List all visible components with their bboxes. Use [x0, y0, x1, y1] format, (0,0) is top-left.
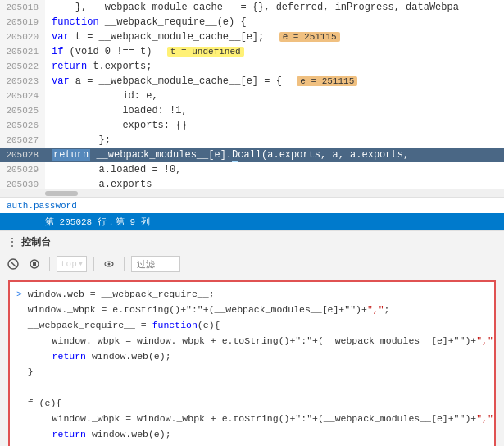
console-line-8: window._wbpk = window._wbpk + e.toString… [16, 412, 488, 427]
line-number: 205023 [0, 74, 45, 89]
keyword-var2: var [52, 75, 70, 87]
top-label: top [61, 259, 77, 269]
line-content: }, __webpack_module_cache__ = {}, deferr… [45, 0, 504, 15]
code-line-205026: 205026 exports: {} [0, 118, 504, 133]
line-column-text: 第 205028 行，第 9 列 [45, 216, 150, 228]
console-line-6: } [16, 365, 488, 380]
line-content: exports: {} [45, 118, 504, 133]
line-number: 205030 [0, 177, 45, 189]
toolbar-divider3 [124, 257, 125, 271]
console-line-3: __webpack_require__ = function(e){ [16, 318, 488, 334]
badge-e-value2: e = 251115 [297, 76, 357, 86]
main-container: 205018 }, __webpack_module_cache__ = {},… [0, 0, 504, 446]
line-content: return t.exports; [45, 59, 504, 74]
top-dropdown-icon: ▼ [79, 260, 83, 268]
line-number: 205024 [0, 89, 45, 103]
horizontal-scrollbar[interactable] [0, 189, 504, 197]
console-toolbar: top ▼ [0, 253, 504, 275]
scroll-thumb[interactable] [45, 191, 78, 196]
line-content: }; [45, 133, 504, 148]
call-cursor[interactable]: D [232, 149, 238, 162]
console-label: 控制台 [21, 235, 51, 249]
code-line-205018: 205018 }, __webpack_module_cache__ = {},… [0, 0, 504, 15]
console-line-7: f (e){ [16, 396, 488, 412]
line-content: function __webpack_require__(e) { [45, 15, 504, 30]
code-editor[interactable]: 205018 }, __webpack_module_cache__ = {},… [0, 0, 504, 189]
line-number: 205018 [0, 0, 45, 15]
eye-icon [103, 258, 115, 270]
line-content: id: e, [45, 89, 504, 103]
toolbar-divider2 [93, 257, 94, 271]
line-content: loaded: !1, [45, 103, 504, 118]
arrow-icon: > [16, 289, 22, 299]
code-line-205027: 205027 }; [0, 133, 504, 148]
code-line-205029: 205029 a.loaded = !0, [0, 162, 504, 177]
line-content: if (void 0 !== t) t = undefined [45, 44, 504, 59]
code-line-205024: 205024 id: e, [0, 89, 504, 103]
console-line-2: window._wbpk = e.toString()+":"+(__webpa… [16, 303, 488, 318]
line-number: 205027 [0, 133, 45, 148]
code-line-205019: 205019 function __webpack_require__(e) { [0, 15, 504, 30]
clear-console-button[interactable] [5, 256, 21, 272]
keyword-var: var [52, 31, 70, 43]
visibility-button[interactable] [101, 256, 117, 272]
console-header: ⋮ 控制台 [0, 230, 504, 253]
console-line-5: return window.web(e); [16, 349, 488, 365]
keyword-function: function [52, 16, 99, 28]
editor-section: 205018 }, __webpack_module_cache__ = {},… [0, 0, 504, 230]
console-container: ⋮ 控制台 top ▼ [0, 230, 504, 446]
code-line-205030: 205030 a.exports [0, 177, 504, 189]
badge-t-value: t = undefined [167, 47, 244, 57]
top-selector[interactable]: top ▼ [57, 256, 87, 272]
toolbar-divider [49, 257, 50, 271]
code-line-205020: 205020 var t = __webpack_module_cache__[… [0, 30, 504, 44]
console-line-blank [16, 380, 488, 396]
file-path: auth.password [7, 201, 77, 211]
line-number: 205019 [0, 15, 45, 30]
return-highlight: return [52, 149, 90, 161]
line-content: var a = __webpack_module_cache__[e] = { … [45, 74, 504, 89]
line-content: return __webpack_modules__[e].Dcall(a.ex… [45, 148, 504, 162]
line-number: 205026 [0, 118, 45, 133]
line-number: 205028 [0, 148, 45, 162]
console-line-4: window._wbpk = window._wbpk + e.toString… [16, 334, 488, 349]
line-number: 205022 [0, 59, 45, 74]
badge-e-value: e = 251115 [279, 32, 340, 42]
line-content: var t = __webpack_module_cache__[e]; e =… [45, 30, 504, 44]
stop-icon [29, 258, 40, 270]
code-line-205021: 205021 if (void 0 !== t) t = undefined [0, 44, 504, 59]
console-line-9: return window.web(e); [16, 427, 488, 443]
clear-icon [7, 258, 19, 270]
code-line-205023: 205023 var a = __webpack_module_cache__[… [0, 74, 504, 89]
line-content: a.loaded = !0, [45, 162, 504, 177]
code-line-205025: 205025 loaded: !1, [0, 103, 504, 118]
line-number: 205021 [0, 44, 45, 59]
console-dots-icon: ⋮ [7, 235, 18, 249]
keyword-return: return [52, 61, 87, 72]
line-number: 205025 [0, 103, 45, 118]
filter-input[interactable] [131, 256, 180, 272]
line-column-status: 第 205028 行，第 9 列 [0, 213, 504, 230]
console-line-1: > window.web = __webpack_require__; [16, 287, 488, 303]
svg-line-1 [11, 262, 16, 266]
line-number: 205020 [0, 30, 45, 44]
console-output[interactable]: > window.web = __webpack_require__; wind… [8, 280, 496, 446]
svg-point-5 [108, 262, 111, 265]
line-number: 205029 [0, 162, 45, 177]
stop-button[interactable] [26, 256, 43, 272]
code-line-205022: 205022 return t.exports; [0, 59, 504, 74]
console-output-wrapper: > window.web = __webpack_require__; wind… [0, 275, 504, 446]
line-content: a.exports [45, 177, 504, 189]
file-path-bar: auth.password [0, 197, 504, 213]
code-line-205028: 205028 return __webpack_modules__[e].Dca… [0, 148, 504, 162]
code-lines: 205018 }, __webpack_module_cache__ = {},… [0, 0, 504, 189]
keyword-if: if [52, 46, 63, 57]
console-line-10: } [16, 443, 488, 446]
svg-rect-3 [33, 262, 36, 266]
